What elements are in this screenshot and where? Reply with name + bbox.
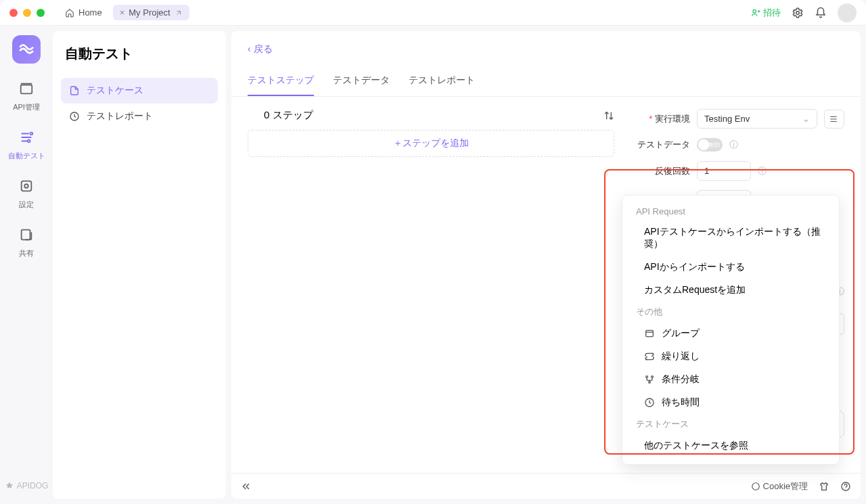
dd-header-testcase: テストケース bbox=[622, 414, 839, 434]
invite-label: 招待 bbox=[763, 7, 781, 19]
dd-group[interactable]: グループ bbox=[622, 322, 839, 345]
autotest-icon bbox=[19, 130, 34, 148]
statusbar: Cookie管理 bbox=[231, 473, 861, 499]
dd-header-other: その他 bbox=[622, 302, 839, 322]
add-step-dropdown: API Request APIテストケースからインポートする（推奨） APIから… bbox=[622, 195, 840, 465]
app-logo[interactable] bbox=[12, 35, 41, 64]
dd-import-api[interactable]: APIからインポートする bbox=[622, 256, 839, 279]
dd-wait[interactable]: 待ち時間 bbox=[622, 391, 839, 414]
sidebar-item-testcase[interactable]: テストケース bbox=[61, 78, 218, 104]
svg-rect-5 bbox=[22, 181, 32, 191]
maximize-window[interactable] bbox=[37, 9, 45, 17]
env-menu-button[interactable] bbox=[824, 110, 844, 129]
api-icon bbox=[19, 81, 34, 99]
tab-data[interactable]: テストデータ bbox=[333, 74, 390, 96]
dd-header-api: API Request bbox=[622, 202, 839, 221]
tab-bar: テストステップ テストデータ テストレポート bbox=[231, 58, 861, 97]
rail-share-label: 共有 bbox=[19, 248, 34, 258]
dd-branch[interactable]: 条件分岐 bbox=[622, 368, 839, 391]
main-panel: ‹ 戻る テストステップ テストデータ テストレポート 0 ステップ ＋ステップ… bbox=[231, 31, 861, 499]
minimize-window[interactable] bbox=[23, 9, 31, 17]
env-label: 実行環境 bbox=[628, 113, 690, 125]
sidebar: 自動テスト テストケース テストレポート bbox=[53, 31, 226, 499]
testdata-label: テストデータ bbox=[628, 139, 690, 151]
group-icon bbox=[644, 328, 655, 339]
svg-point-1 bbox=[796, 11, 800, 14]
svg-rect-2 bbox=[21, 85, 32, 94]
project-tab[interactable]: × My Project bbox=[113, 5, 189, 20]
rail-autotest[interactable]: 自動テスト bbox=[0, 127, 53, 164]
testcase-label: テストケース bbox=[87, 85, 143, 97]
page-title: 自動テスト bbox=[65, 45, 214, 63]
step-count: 0 ステップ bbox=[264, 109, 313, 122]
steps-area: 0 ステップ ＋ステップを追加 bbox=[248, 109, 614, 461]
svg-point-4 bbox=[28, 140, 30, 143]
help-circle-icon[interactable] bbox=[840, 481, 851, 492]
invite-button[interactable]: 招待 bbox=[751, 7, 781, 19]
avatar[interactable] bbox=[838, 3, 857, 22]
logo-icon bbox=[18, 41, 35, 58]
svg-rect-11 bbox=[646, 330, 654, 336]
add-step-label: ＋ステップを追加 bbox=[393, 137, 469, 150]
svg-point-10 bbox=[842, 482, 850, 490]
file-icon bbox=[69, 85, 80, 96]
settings-icon[interactable] bbox=[792, 7, 804, 19]
repeat-input[interactable]: 1 bbox=[697, 161, 751, 181]
dd-import-testcase[interactable]: APIテストケースからインポートする（推奨） bbox=[622, 221, 839, 256]
sort-icon[interactable] bbox=[603, 110, 614, 121]
window-controls bbox=[9, 9, 45, 17]
svg-point-6 bbox=[24, 184, 28, 188]
tab-steps[interactable]: テストステップ bbox=[248, 74, 314, 96]
svg-point-12 bbox=[646, 376, 648, 378]
sidebar-item-report[interactable]: テストレポート bbox=[61, 104, 218, 129]
rail-api-label: API管理 bbox=[13, 102, 40, 112]
cookie-manage[interactable]: Cookie管理 bbox=[751, 480, 808, 492]
cookie-icon bbox=[751, 482, 760, 491]
shirt-icon[interactable] bbox=[819, 481, 829, 492]
svg-point-14 bbox=[649, 382, 651, 384]
rail-settings-label: 設定 bbox=[19, 200, 34, 210]
home-tab[interactable]: Home bbox=[58, 5, 109, 20]
titlebar: Home × My Project 招待 bbox=[0, 0, 866, 26]
collapse-icon[interactable] bbox=[241, 481, 252, 492]
svg-point-13 bbox=[652, 376, 654, 378]
home-icon bbox=[65, 8, 74, 18]
add-step-button[interactable]: ＋ステップを追加 bbox=[248, 130, 614, 157]
report-label: テストレポート bbox=[87, 110, 153, 122]
env-select[interactable]: Testing Env ⌄ bbox=[697, 109, 817, 129]
svg-point-3 bbox=[30, 133, 33, 135]
back-link[interactable]: ‹ 戻る bbox=[231, 31, 861, 58]
tab-close-x[interactable]: × bbox=[120, 7, 125, 18]
dd-loop[interactable]: 繰り返し bbox=[622, 345, 839, 368]
settings-rail-icon bbox=[19, 179, 34, 197]
external-icon bbox=[175, 9, 183, 17]
dd-ref-testcase[interactable]: 他のテストケースを参照 bbox=[622, 434, 839, 457]
brand-icon bbox=[5, 481, 14, 490]
bell-icon[interactable] bbox=[815, 7, 827, 19]
home-label: Home bbox=[78, 7, 102, 18]
project-label: My Project bbox=[129, 7, 170, 18]
loop-icon bbox=[644, 351, 655, 362]
repeat-label: 反復回数 bbox=[628, 165, 690, 177]
svg-point-0 bbox=[753, 9, 756, 13]
clock-icon bbox=[69, 111, 80, 122]
rail-share[interactable]: 共有 bbox=[0, 225, 53, 261]
brand-footer: APIDOG bbox=[5, 481, 49, 490]
svg-point-9 bbox=[752, 482, 759, 490]
invite-icon bbox=[751, 8, 760, 18]
close-window[interactable] bbox=[9, 9, 18, 17]
dd-custom-request[interactable]: カスタムRequestを追加 bbox=[622, 279, 839, 302]
help-icon[interactable]: ⓘ bbox=[729, 139, 738, 151]
testdata-toggle[interactable]: 無効 bbox=[697, 138, 723, 152]
branch-icon bbox=[644, 374, 655, 385]
rail-api[interactable]: API管理 bbox=[0, 78, 53, 115]
share-icon bbox=[19, 227, 34, 246]
wait-icon bbox=[644, 397, 655, 408]
rail-auto-label: 自動テスト bbox=[8, 151, 45, 161]
rail-settings[interactable]: 設定 bbox=[0, 176, 53, 212]
menu-icon bbox=[829, 114, 838, 124]
svg-rect-7 bbox=[22, 230, 30, 240]
help-icon[interactable]: ⓘ bbox=[758, 165, 767, 177]
tab-report[interactable]: テストレポート bbox=[409, 74, 475, 96]
left-rail: API管理 自動テスト 設定 共有 APIDOG bbox=[0, 26, 53, 504]
